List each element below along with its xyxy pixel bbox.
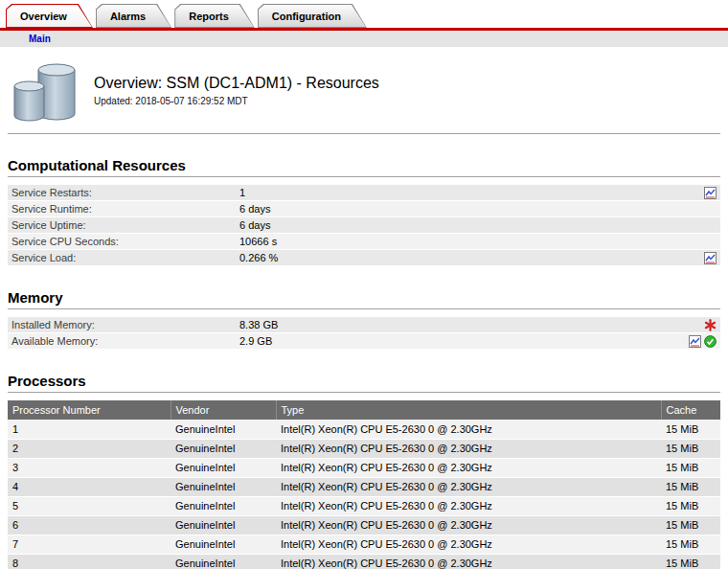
table-cell: 2 (8, 439, 171, 458)
table-row: 2GenuineIntelIntel(R) Xeon(R) CPU E5-263… (8, 439, 720, 458)
attribute-row: Available Memory:2.9 GB (8, 333, 720, 350)
section-divider (8, 176, 720, 177)
table-cell: Intel(R) Xeon(R) CPU E5-2630 0 @ 2.30GHz (276, 535, 661, 554)
column-header-cache: Cache (661, 400, 720, 420)
green-check-icon (704, 335, 717, 348)
storage-cylinders-icon (8, 60, 80, 124)
attribute-value: 6 days (239, 219, 270, 231)
table-cell: Intel(R) Xeon(R) CPU E5-2630 0 @ 2.30GHz (276, 554, 661, 569)
chart-icon[interactable] (704, 187, 717, 199)
header-text: Overview: SSM (DC1-ADM1) - Resources Upd… (94, 60, 379, 124)
page: OverviewAlarmsReportsConfiguration Main (0, 0, 728, 569)
attribute-label: Service Restarts: (11, 187, 239, 198)
table-row: 6GenuineIntelIntel(R) Xeon(R) CPU E5-263… (8, 515, 720, 535)
table-row: 8GenuineIntelIntel(R) Xeon(R) CPU E5-263… (8, 554, 720, 569)
page-header: Overview: SSM (DC1-ADM1) - Resources Upd… (8, 60, 720, 124)
tab-label: Alarms (110, 11, 146, 22)
column-header-vendor: Vendor (171, 400, 276, 420)
table-cell: GenuineIntel (171, 515, 276, 535)
table-cell: 8 (8, 554, 171, 569)
table-row: 5GenuineIntelIntel(R) Xeon(R) CPU E5-263… (8, 496, 720, 515)
attribute-label: Installed Memory: (11, 319, 239, 330)
updated-timestamp: Updated: 2018-05-07 16:29:52 MDT (94, 96, 379, 106)
section-heading-computational: Computational Resources (8, 157, 720, 173)
tab-configuration[interactable]: Configuration (258, 4, 367, 28)
table-row: 7GenuineIntelIntel(R) Xeon(R) CPU E5-263… (8, 535, 720, 554)
table-cell: GenuineIntel (171, 496, 276, 515)
table-cell: 7 (8, 535, 171, 554)
table-cell: GenuineIntel (171, 477, 276, 496)
tab-reports[interactable]: Reports (174, 4, 255, 28)
column-header-type: Type (276, 400, 661, 420)
section-divider (8, 392, 720, 393)
table-cell: 15 MiB (661, 439, 720, 458)
table-cell: Intel(R) Xeon(R) CPU E5-2630 0 @ 2.30GHz (276, 496, 661, 515)
attribute-label: Available Memory: (11, 335, 239, 347)
attribute-value: 0.266 % (239, 252, 278, 263)
attribute-value: 2.9 GB (239, 335, 272, 347)
table-cell: 15 MiB (661, 554, 720, 569)
attribute-label: Service Uptime: (11, 219, 239, 231)
tab-bar: OverviewAlarmsReportsConfiguration (0, 0, 728, 28)
attribute-value: 8.38 GB (239, 319, 278, 330)
row-icons (689, 335, 717, 348)
attribute-row: Service CPU Seconds:10666 s (8, 234, 720, 250)
computational-rows: Service Restarts:1Service Runtime:6 days… (8, 185, 720, 266)
table-cell: Intel(R) Xeon(R) CPU E5-2630 0 @ 2.30GHz (276, 515, 661, 535)
attribute-row: Service Restarts:1 (8, 185, 720, 201)
table-cell: GenuineIntel (171, 420, 276, 439)
section-heading-memory: Memory (8, 289, 720, 306)
table-cell: 15 MiB (661, 477, 720, 496)
row-icons (704, 319, 717, 331)
tab-overview[interactable]: Overview (6, 4, 93, 28)
table-cell: 15 MiB (661, 458, 720, 477)
table-cell: Intel(R) Xeon(R) CPU E5-2630 0 @ 2.30GHz (276, 477, 661, 496)
column-header-processor-number: Processor Number (8, 400, 171, 420)
memory-rows: Installed Memory:8.38 GBAvailable Memory… (8, 317, 720, 350)
attribute-row: Service Uptime:6 days (8, 217, 720, 234)
table-cell: GenuineIntel (171, 458, 276, 477)
table-cell: 1 (8, 420, 171, 439)
table-row: 4GenuineIntelIntel(R) Xeon(R) CPU E5-263… (8, 477, 720, 496)
chart-icon[interactable] (689, 335, 701, 348)
table-cell: GenuineIntel (171, 535, 276, 554)
attribute-label: Service Load: (11, 252, 239, 263)
table-cell: Intel(R) Xeon(R) CPU E5-2630 0 @ 2.30GHz (276, 439, 661, 458)
row-icons (704, 187, 717, 199)
red-status-icon (704, 319, 717, 331)
table-cell: 15 MiB (661, 535, 720, 554)
attribute-value: 6 days (239, 203, 270, 215)
table-cell: 3 (8, 458, 171, 477)
table-cell: 4 (8, 477, 171, 496)
breadcrumb-main-link[interactable]: Main (29, 34, 51, 44)
section-heading-processors: Processors (8, 373, 720, 389)
processors-table: Processor NumberVendorTypeCache 1Genuine… (8, 400, 720, 569)
table-cell: 5 (8, 496, 171, 515)
page-title: Overview: SSM (DC1-ADM1) - Resources (94, 75, 379, 92)
attribute-label: Service Runtime: (11, 203, 239, 215)
attribute-row: Service Runtime:6 days (8, 201, 720, 217)
tab-label: Reports (189, 11, 229, 22)
chart-icon[interactable] (704, 252, 717, 264)
content: Overview: SSM (DC1-ADM1) - Resources Upd… (0, 60, 728, 569)
attribute-value: 10666 s (239, 236, 277, 247)
table-row: 3GenuineIntelIntel(R) Xeon(R) CPU E5-263… (8, 458, 720, 477)
breadcrumb: Main (0, 31, 728, 47)
table-cell: GenuineIntel (171, 554, 276, 569)
tab-alarms[interactable]: Alarms (96, 4, 171, 28)
table-cell: GenuineIntel (171, 439, 276, 458)
table-cell: 15 MiB (661, 496, 720, 515)
tab-label: Configuration (272, 11, 341, 22)
table-cell: 15 MiB (661, 515, 720, 535)
row-icons (704, 252, 717, 264)
attribute-row: Service Load:0.266 % (8, 250, 720, 266)
attribute-value: 1 (239, 187, 245, 198)
tab-label: Overview (20, 11, 67, 22)
attribute-row: Installed Memory:8.38 GB (8, 317, 720, 333)
attribute-label: Service CPU Seconds: (11, 236, 239, 247)
section-divider (8, 308, 720, 309)
header-divider (8, 133, 720, 134)
table-cell: 15 MiB (661, 420, 720, 439)
table-cell: Intel(R) Xeon(R) CPU E5-2630 0 @ 2.30GHz (276, 458, 661, 477)
table-row: 1GenuineIntelIntel(R) Xeon(R) CPU E5-263… (8, 420, 720, 439)
